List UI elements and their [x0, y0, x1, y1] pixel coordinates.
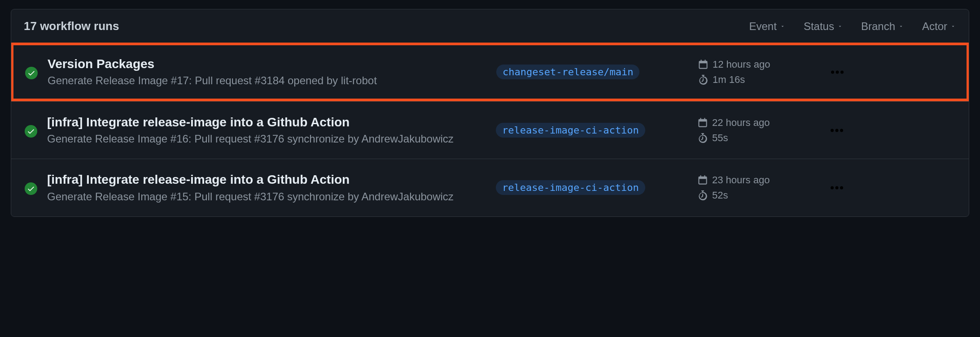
- workflow-run-row[interactable]: [infra] Integrate release-image into a G…: [11, 159, 969, 216]
- time-ago-text: 23 hours ago: [712, 174, 770, 186]
- workflow-run-row[interactable]: Version Packages Generate Release Image …: [11, 43, 969, 101]
- success-check-icon: [25, 182, 37, 195]
- row-actions-button[interactable]: [824, 70, 851, 74]
- svg-point-2: [840, 70, 844, 73]
- success-check-icon: [25, 67, 38, 79]
- meta-column: 12 hours ago 1m 16s: [698, 59, 824, 86]
- run-subtitle: Generate Release Image #16: Pull request…: [47, 131, 496, 147]
- svg-point-6: [831, 186, 834, 189]
- svg-point-3: [831, 129, 834, 132]
- calendar-icon: [698, 118, 708, 128]
- branch-column: changeset-release/main: [496, 65, 698, 79]
- svg-point-5: [840, 129, 843, 132]
- time-ago-text: 22 hours ago: [712, 117, 770, 129]
- stopwatch-icon: [698, 190, 708, 200]
- workflow-runs-panel: 17 workflow runs Event Status Branch Act…: [11, 9, 969, 217]
- branch-column: release-image-ci-action: [496, 180, 698, 195]
- filter-actor-label: Actor: [922, 20, 947, 33]
- branch-badge[interactable]: release-image-ci-action: [496, 180, 645, 195]
- status-column: [25, 123, 47, 138]
- run-main-column: [infra] Integrate release-image into a G…: [47, 113, 496, 147]
- filter-status[interactable]: Status: [804, 20, 843, 33]
- svg-point-8: [840, 186, 843, 189]
- caret-down-icon: [898, 24, 904, 29]
- filter-actor[interactable]: Actor: [922, 20, 956, 33]
- status-column: [25, 181, 47, 195]
- time-ago: 22 hours ago: [698, 117, 823, 129]
- time-ago: 12 hours ago: [698, 59, 824, 70]
- duration: 1m 16s: [698, 74, 824, 86]
- svg-point-1: [836, 70, 839, 73]
- success-check-icon: [25, 125, 37, 138]
- status-column: [25, 65, 48, 79]
- filter-bar: Event Status Branch Actor: [749, 20, 956, 33]
- run-subtitle: Generate Release Image #15: Pull request…: [47, 189, 496, 205]
- filter-branch-label: Branch: [861, 20, 895, 33]
- run-subtitle: Generate Release Image #17: Pull request…: [48, 73, 496, 89]
- run-title[interactable]: Version Packages: [48, 55, 496, 73]
- workflow-run-row[interactable]: [infra] Integrate release-image into a G…: [11, 101, 969, 159]
- duration: 55s: [698, 132, 823, 144]
- kebab-icon: [831, 70, 844, 74]
- calendar-icon: [698, 175, 708, 185]
- run-main-column: Version Packages Generate Release Image …: [48, 55, 496, 89]
- caret-down-icon: [837, 24, 843, 29]
- filter-status-label: Status: [804, 20, 834, 33]
- filter-event-label: Event: [749, 20, 777, 33]
- meta-column: 22 hours ago 55s: [698, 117, 823, 144]
- kebab-icon: [831, 128, 843, 133]
- filter-branch[interactable]: Branch: [861, 20, 904, 33]
- run-title[interactable]: [infra] Integrate release-image into a G…: [47, 113, 496, 131]
- branch-badge[interactable]: release-image-ci-action: [496, 123, 645, 138]
- row-actions-button[interactable]: [823, 128, 850, 133]
- panel-header: 17 workflow runs Event Status Branch Act…: [11, 9, 969, 43]
- run-main-column: [infra] Integrate release-image into a G…: [47, 171, 496, 204]
- svg-point-7: [836, 186, 839, 189]
- row-actions-button[interactable]: [823, 186, 850, 190]
- calendar-icon: [698, 60, 708, 69]
- workflow-run-count: 17 workflow runs: [24, 19, 119, 33]
- duration-text: 52s: [712, 190, 728, 201]
- duration: 52s: [698, 190, 823, 201]
- filter-event[interactable]: Event: [749, 20, 786, 33]
- duration-text: 55s: [712, 132, 728, 144]
- caret-down-icon: [950, 24, 956, 29]
- time-ago: 23 hours ago: [698, 174, 823, 186]
- svg-point-0: [831, 70, 834, 73]
- caret-down-icon: [779, 24, 786, 29]
- stopwatch-icon: [698, 75, 708, 85]
- meta-column: 23 hours ago 52s: [698, 174, 823, 201]
- branch-badge[interactable]: changeset-release/main: [496, 65, 639, 79]
- stopwatch-icon: [698, 133, 708, 143]
- branch-column: release-image-ci-action: [496, 123, 698, 138]
- run-title[interactable]: [infra] Integrate release-image into a G…: [47, 171, 496, 188]
- time-ago-text: 12 hours ago: [713, 59, 770, 70]
- duration-text: 1m 16s: [713, 74, 745, 86]
- svg-point-4: [836, 129, 839, 132]
- kebab-icon: [831, 186, 843, 190]
